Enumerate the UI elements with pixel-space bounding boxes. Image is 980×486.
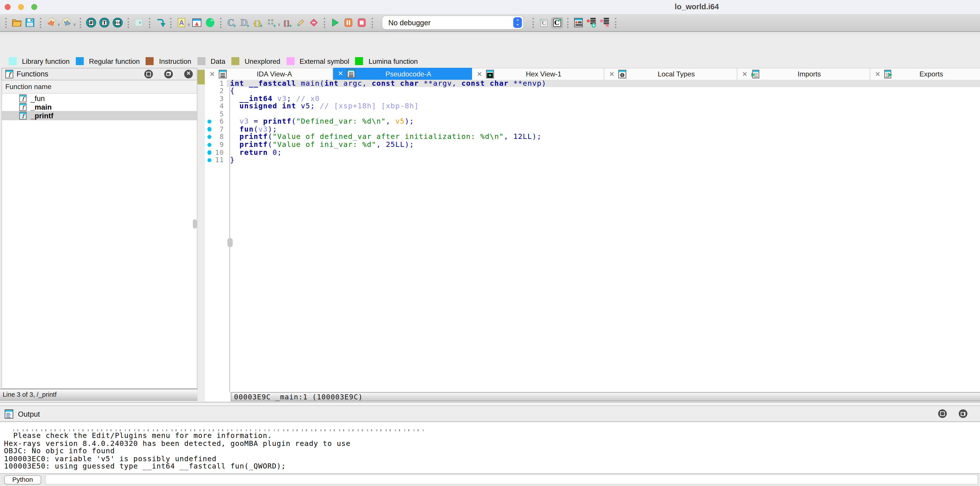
debugger-select[interactable]: No debugger ⌃⌄ — [382, 16, 523, 29]
output-float-button[interactable] — [959, 409, 967, 418]
text-constant-icon[interactable]: T — [98, 17, 110, 29]
code-line-6[interactable]: 6 v3 = printf("Defined_var: %d\n", v5); — [205, 118, 980, 125]
functions-close-button[interactable]: ✕ — [184, 70, 193, 78]
code-line-3[interactable]: 3 __int64 v3; // x0 — [205, 95, 980, 103]
tab-close-icon[interactable]: ✕ — [742, 70, 748, 78]
tab-close-icon[interactable]: ✕ — [210, 70, 215, 78]
tab-local-types[interactable]: ✕ 0 Local Types — [605, 68, 737, 79]
function-icon: f — [19, 112, 27, 120]
pseudocode-view[interactable]: 1int __fastcall main(int argc, const cha… — [205, 79, 980, 392]
code-status-gap — [205, 392, 231, 402]
legend-swatch — [197, 57, 205, 65]
function-row-main[interactable]: f _main — [2, 103, 197, 111]
function-row-printf[interactable]: f _printf — [2, 111, 197, 120]
tab-label: Imports — [759, 70, 870, 78]
create-segment-icon[interactable]: []+ — [281, 17, 293, 29]
zoom-window-button[interactable] — [31, 4, 37, 10]
produce-c-header-icon[interactable]: C — [538, 17, 550, 29]
code-line-1[interactable]: 1int __fastcall main(int argc, const cha… — [205, 79, 980, 87]
toolbar-separator — [5, 18, 6, 28]
create-struct-icon[interactable]: {}+ — [252, 17, 264, 29]
create-function-icon[interactable]: C+ — [226, 17, 237, 29]
functions-float-button[interactable] — [164, 70, 173, 78]
output-maximize-button[interactable] — [938, 409, 947, 418]
breakpoint-dot-icon[interactable] — [207, 127, 212, 131]
create-array-icon[interactable]: + — [266, 17, 277, 29]
close-window-button[interactable] — [5, 4, 11, 10]
toolbar-separator — [533, 18, 534, 28]
jump-down-icon[interactable] — [154, 17, 166, 29]
output-log[interactable]: Please check the Edit/Plugins menu for m… — [0, 422, 980, 473]
code-line-7[interactable]: 7 fun(v3); — [205, 125, 980, 133]
code-line-2[interactable]: 2{ — [205, 87, 980, 95]
legend-label: Regular function — [89, 57, 140, 65]
imports-tab-icon — [751, 70, 759, 78]
tab-ida-view-a[interactable]: ✕ IDA View-A — [205, 68, 333, 79]
navigate-back-dropdown-chevron-icon[interactable]: ∨ — [57, 22, 60, 27]
create-array-dropdown-chevron-icon[interactable]: ∨ — [277, 22, 280, 27]
rename-dropdown-chevron-icon[interactable]: ∨ — [187, 22, 190, 27]
functions-scrollbar-thumb[interactable] — [192, 219, 197, 229]
minimize-window-button[interactable] — [18, 4, 24, 10]
tab-pseudocode-a[interactable]: ✕ Pseudocode-A — [333, 68, 472, 79]
pause-process-icon[interactable] — [342, 17, 354, 29]
legend-label: Library function — [22, 57, 70, 65]
lumina-icon[interactable] — [204, 17, 216, 29]
rename-icon[interactable]: A — [175, 17, 187, 29]
produce-c-source-icon[interactable]: C — [551, 17, 563, 29]
functions-panel-header[interactable]: f Functions ✕ — [1, 68, 197, 80]
breakpoint-list-icon[interactable] — [573, 17, 584, 29]
breakpoint-add-icon[interactable] — [586, 17, 598, 29]
cli-language-button[interactable]: Python — [4, 475, 41, 484]
dock-divider[interactable] — [0, 402, 980, 406]
output-panel-title: Output — [18, 410, 40, 418]
tab-imports[interactable]: ✕ Imports — [737, 68, 870, 79]
toolbar-separator — [170, 18, 171, 28]
tab-close-icon[interactable]: ✕ — [875, 70, 880, 78]
code-line-4[interactable]: 4 unsigned int v5; // [xsp+18h] [xbp-8h] — [205, 103, 980, 110]
save-file-icon[interactable] — [24, 17, 36, 29]
navigate-forward-icon[interactable] — [61, 17, 73, 29]
tab-close-icon[interactable]: ✕ — [609, 70, 614, 78]
output-panel-header[interactable]: Output — [0, 406, 980, 421]
code-line-8[interactable]: 8 printf("Value of defined_var after ini… — [205, 133, 980, 141]
code-splitter-thumb[interactable] — [227, 238, 232, 247]
graph-window-icon[interactable] — [191, 17, 203, 29]
navband-legend: Library functionRegular functionInstruct… — [9, 57, 424, 65]
create-data-icon[interactable]: D+ — [239, 17, 251, 29]
legend-swatch — [286, 57, 294, 65]
functions-panel-icon: f — [5, 70, 13, 78]
code-line-10[interactable]: 10 return 0; — [205, 149, 980, 156]
code-line-9[interactable]: 9 printf("Value of ini_var: %d", 25LL); — [205, 141, 980, 149]
tab-close-icon[interactable]: ✕ — [477, 70, 482, 78]
tab-label: IDA View-A — [227, 70, 332, 78]
code-text: return 0; — [227, 149, 980, 156]
tab-exports[interactable]: ✕ Exports — [870, 68, 980, 79]
tab-hex-view-1[interactable]: ✕ Hex View-1 — [472, 68, 605, 79]
legend-swatch — [231, 57, 239, 65]
cli-input[interactable] — [45, 474, 978, 485]
breakpoint-dot-icon[interactable] — [207, 150, 212, 154]
debugger-select-stepper-icon[interactable]: ⌃⌄ — [513, 17, 522, 28]
navigate-forward-dropdown-chevron-icon[interactable]: ∨ — [73, 22, 76, 27]
number-constant-icon[interactable]: # — [85, 17, 97, 29]
functions-maximize-button[interactable] — [144, 70, 153, 78]
tab-close-icon[interactable]: ✕ — [338, 70, 343, 77]
toolbar-separator — [324, 18, 325, 28]
toolbar-separator — [127, 18, 129, 28]
open-file-icon[interactable] — [11, 17, 22, 29]
stop-process-icon[interactable] — [356, 17, 368, 29]
toolbar-separator — [80, 18, 81, 28]
start-process-icon[interactable] — [329, 17, 341, 29]
function-row-fun[interactable]: f _fun — [2, 94, 197, 103]
breakpoint-remove-icon[interactable] — [599, 17, 611, 29]
navigate-back-icon[interactable] — [45, 17, 57, 29]
functions-column-header[interactable]: Function name — [2, 80, 197, 94]
jump-to-operand-icon[interactable] — [133, 17, 145, 29]
edit-item-icon[interactable] — [294, 17, 307, 29]
output-line: Please check the Edit/Plugins menu for m… — [4, 432, 980, 440]
binary-constant-icon[interactable]: 010 — [111, 17, 123, 29]
code-line-11[interactable]: 11} — [205, 156, 980, 164]
code-line-5[interactable]: 5 — [205, 110, 980, 118]
breakpoint-diamond-icon[interactable] — [308, 17, 320, 29]
